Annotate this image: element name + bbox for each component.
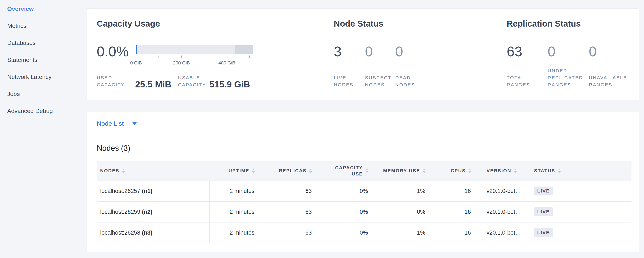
suspect-nodes-stat: 0 SUSPECT NODES — [365, 9, 395, 100]
sort-arrows-icon — [423, 169, 426, 173]
live-nodes-value: 3 — [334, 44, 342, 59]
dead-nodes-value: 0 — [395, 44, 403, 59]
sidebar-item-label: Network Latency — [7, 74, 52, 80]
sidebar-item-databases[interactable]: Databases — [0, 35, 86, 51]
memory-use-cell: 0% — [372, 201, 430, 222]
table-row: localhost:26258 (n3) 2 minutes 63 0% 1% … — [97, 222, 632, 243]
sidebar-item-overview[interactable]: Overview — [0, 1, 86, 18]
capacity-use-cell: 0% — [316, 222, 372, 243]
uptime-cell: 2 minutes — [210, 181, 259, 201]
sort-arrows-icon — [309, 169, 312, 173]
total-ranges-value: 63 — [507, 44, 522, 59]
sidebar-item-jobs[interactable]: Jobs — [0, 85, 86, 102]
capacity-use-cell: 0% — [316, 201, 372, 222]
cockroachdb-overview-page: { "colors": { "accent_blue": "#3b7ce8", … — [0, 0, 644, 258]
uptime-cell: 2 minutes — [210, 222, 259, 243]
sidebar-item-label: Overview — [7, 6, 34, 12]
suspect-nodes-value: 0 — [365, 44, 373, 59]
under-replicated-ranges-value: 0 — [548, 44, 556, 59]
status-cell: LIVE — [531, 222, 632, 243]
status-cell: LIVE — [531, 181, 632, 201]
sidebar-item-label: Databases — [7, 40, 36, 46]
axis-tick — [226, 56, 227, 58]
column-header-version[interactable]: VERSION — [476, 161, 531, 181]
memory-use-cell: 1% — [372, 181, 430, 201]
nodes-heading: Nodes (3) — [97, 144, 130, 153]
axis-tick — [136, 56, 136, 58]
axis-tick-label: 400 GiB — [218, 60, 235, 66]
sidebar-item-label: Jobs — [7, 91, 20, 97]
version-cell: v20.1.0-bet… — [476, 222, 531, 243]
axis-tick-label: 0 GiB — [130, 60, 142, 66]
node-address-cell[interactable]: localhost:26259 (n2) — [97, 201, 210, 222]
sidebar-item-network-latency[interactable]: Network Latency — [0, 68, 86, 85]
column-header-label: CAPACITY USE — [335, 165, 363, 177]
version-cell: v20.1.0-bet… — [476, 201, 531, 222]
node-address: localhost:26259 — [100, 209, 140, 215]
sort-arrows-icon — [514, 169, 517, 173]
node-list-dropdown[interactable]: Node List — [87, 112, 639, 135]
node-address-cell[interactable]: localhost:26257 (n1) — [97, 181, 210, 201]
cpus-cell: 16 — [430, 181, 476, 201]
axis-tick — [249, 56, 250, 58]
status-badge: LIVE — [534, 207, 553, 216]
column-header-label: UPTIME — [228, 168, 249, 174]
capacity-bar — [136, 45, 253, 54]
nodes-table: NODES UPTIME REPLICAS CAPACITY USE MEMOR… — [97, 161, 632, 243]
column-header-label: REPLICAS — [279, 168, 306, 174]
status-badge: LIVE — [534, 187, 553, 195]
node-list-dropdown-label: Node List — [97, 120, 124, 127]
capacity-bar-used-segment — [136, 45, 137, 54]
sidebar-item-metrics[interactable]: Metrics — [0, 18, 86, 35]
chevron-down-icon — [132, 122, 137, 125]
usable-capacity-label: USABLE CAPACITY — [178, 74, 206, 88]
axis-tick — [204, 56, 204, 58]
sort-arrows-icon — [558, 169, 561, 173]
column-header-cpus[interactable]: CPUS — [430, 161, 476, 181]
sidebar-item-statements[interactable]: Statements — [0, 51, 86, 68]
node-address: localhost:26258 — [100, 229, 140, 236]
used-capacity-label: USED CAPACITY — [97, 74, 125, 88]
total-ranges-label: TOTAL RANGES — [507, 74, 530, 88]
replicas-cell: 63 — [259, 181, 316, 201]
cpus-cell: 16 — [430, 201, 476, 222]
column-header-label: VERSION — [486, 168, 512, 174]
status-cell: LIVE — [531, 201, 632, 222]
capacity-usage-title: Capacity Usage — [97, 19, 160, 29]
column-header-label: MEMORY USE — [383, 168, 420, 174]
under-replicated-ranges-stat: 0 UNDER- REPLICATED RANGES — [548, 9, 588, 100]
axis-tick — [158, 56, 159, 58]
column-header-replicas[interactable]: REPLICAS — [259, 161, 316, 181]
uptime-cell: 2 minutes — [210, 201, 259, 222]
unavailable-ranges-value: 0 — [589, 44, 597, 59]
column-header-status[interactable]: STATUS — [531, 161, 632, 181]
sidebar-item-label: Metrics — [7, 23, 26, 29]
capacity-use-cell: 0% — [316, 181, 372, 201]
column-header-memory-use[interactable]: MEMORY USE — [372, 161, 430, 181]
sort-arrows-icon — [366, 169, 368, 173]
unavailable-ranges-stat: 0 UNAVAILABLE RANGES — [589, 9, 631, 100]
column-header-capacity-use[interactable]: CAPACITY USE — [316, 161, 372, 181]
dead-nodes-stat: 0 DEAD NODES — [395, 9, 427, 100]
axis-tick-label: 200 GiB — [173, 60, 190, 66]
column-header-nodes[interactable]: NODES — [97, 161, 210, 181]
column-header-uptime[interactable]: UPTIME — [210, 161, 259, 181]
version-cell: v20.1.0-bet… — [476, 181, 531, 201]
node-name: (n1) — [142, 188, 152, 194]
sidebar-item-advanced-debug[interactable]: Advanced Debug — [0, 102, 86, 119]
node-name: (n3) — [142, 229, 152, 236]
table-header-row: NODES UPTIME REPLICAS CAPACITY USE MEMOR… — [97, 161, 632, 181]
column-header-label: STATUS — [534, 168, 555, 174]
sort-arrows-icon — [468, 169, 471, 173]
node-address-cell[interactable]: localhost:26258 (n3) — [97, 222, 210, 243]
cpus-cell: 16 — [430, 222, 476, 243]
capacity-bar-nonusable-segment — [235, 45, 253, 54]
node-address: localhost:26257 — [100, 188, 140, 194]
used-capacity-value: 25.5 MiB — [135, 79, 171, 89]
dead-nodes-label: DEAD NODES — [395, 74, 415, 88]
node-name: (n2) — [142, 209, 152, 215]
sort-arrows-icon — [252, 169, 255, 173]
status-badge: LIVE — [534, 228, 553, 237]
node-list-card: Node List Nodes (3) NODES UPTIME REPLICA… — [86, 112, 639, 252]
unavailable-ranges-label: UNAVAILABLE RANGES — [589, 74, 627, 88]
